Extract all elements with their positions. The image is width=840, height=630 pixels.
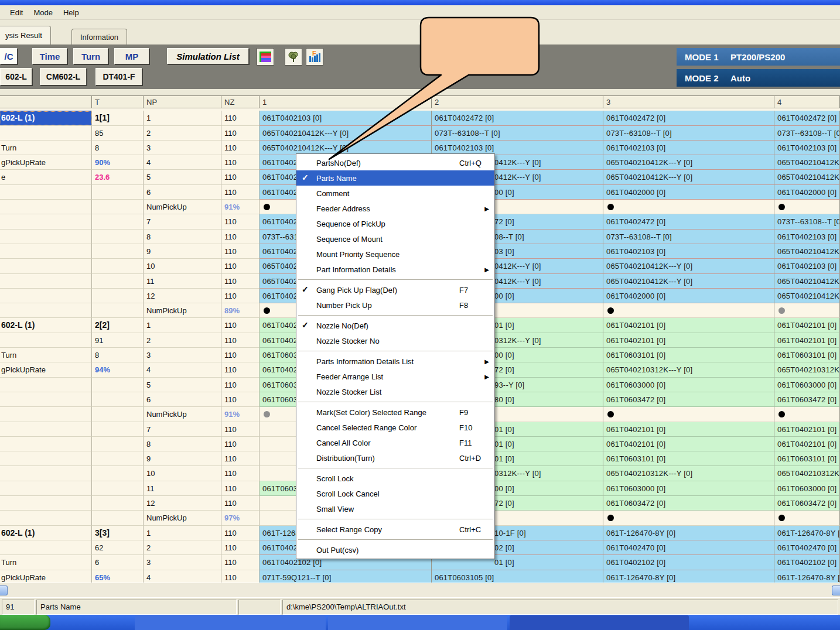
menu-item-cancel-selected-range-color[interactable]: Cancel Selected Range ColorF10 (296, 420, 494, 435)
row-label-cell[interactable] (0, 289, 92, 303)
np-cell[interactable]: 9 (144, 244, 221, 259)
table-cell[interactable]: 061T0603472 [0] (774, 496, 840, 511)
nz-cell[interactable]: 110 (221, 540, 259, 555)
np-cell[interactable]: 2 (144, 333, 221, 348)
t-cell[interactable]: 3[3] (92, 526, 144, 540)
menu-item-parts-name[interactable]: ✓Parts Name (296, 170, 494, 186)
np-cell[interactable]: 8 (144, 437, 221, 451)
np-cell[interactable]: 12 (144, 289, 221, 303)
t-cell[interactable]: 6 (92, 555, 144, 570)
menu-item-select-range-copy[interactable]: Select Range CopyCtrl+C (296, 522, 494, 537)
tab-ysis-result[interactable]: ysis Result (0, 26, 51, 44)
nz-cell[interactable]: 110 (221, 362, 259, 377)
np-cell[interactable]: NumPickUp (144, 511, 221, 525)
menu-item-distribution-turn-[interactable]: Distribution(Turn)Ctrl+D (296, 450, 494, 465)
start-button[interactable] (0, 615, 50, 630)
row-label-cell[interactable]: Turn (0, 555, 92, 570)
table-cell[interactable]: 065T040210412K---Y [0] (774, 244, 840, 259)
nz-cell[interactable]: 110 (221, 526, 259, 540)
nz-cell[interactable]: 110 (221, 481, 259, 496)
t-cell[interactable] (92, 437, 144, 451)
table-cell[interactable]: 061T0603101 [0] (774, 451, 840, 466)
t-cell[interactable] (92, 511, 144, 525)
machine-button-dt401-f[interactable]: DT401-F (95, 68, 142, 85)
t-cell[interactable]: 8 (92, 141, 144, 155)
t-cell[interactable] (92, 392, 144, 407)
row-label-cell[interactable] (0, 437, 92, 451)
table-cell[interactable]: 061T-126470-8Y [0] (603, 526, 774, 540)
table-cell[interactable]: 061T0402103 [0] (259, 111, 432, 125)
view-button-time[interactable]: Time (32, 48, 67, 64)
row-label-cell[interactable]: 602-L (1) (0, 318, 92, 333)
row-label-cell[interactable]: Turn (0, 348, 92, 362)
t-cell[interactable]: 23.6 (92, 170, 144, 184)
row-label-cell[interactable]: 602-L (1) (0, 111, 92, 125)
menu-item-nozzle-no-def-[interactable]: ✓Nozzle No(Def) (296, 318, 494, 333)
np-cell[interactable]: 7 (144, 422, 221, 437)
nz-cell[interactable]: 110 (221, 274, 259, 289)
row-label-cell[interactable] (0, 378, 92, 392)
row-label-cell[interactable]: e (0, 170, 92, 184)
np-cell[interactable]: 7 (144, 214, 221, 229)
nz-cell[interactable]: 110 (221, 126, 259, 141)
menu-item-mark-set-color-selected-range[interactable]: Mark(Set Color) Selected RangeF9 (296, 405, 494, 420)
t-cell[interactable] (92, 407, 144, 422)
nz-cell[interactable]: 110 (221, 214, 259, 229)
row-label-cell[interactable] (0, 496, 92, 511)
menu-item-nozzle-stocker-no[interactable]: Nozzle Stocker No (296, 333, 494, 348)
row-label-cell[interactable] (0, 303, 92, 318)
nz-cell[interactable]: 110 (221, 230, 259, 244)
view-button-turn[interactable]: Turn (73, 48, 108, 64)
table-cell[interactable]: 061T0603472 [0] (774, 392, 840, 407)
t-cell[interactable] (92, 200, 144, 214)
taskbar-button[interactable] (135, 615, 326, 630)
table-cell[interactable]: 061T0603472 [0] (603, 496, 774, 511)
table-cell[interactable]: 065T040210412K---Y [0] (603, 274, 774, 289)
table-cell[interactable]: 073T--63108--T [0] (603, 126, 774, 141)
table-cell[interactable]: 061T0603000 [0] (603, 378, 774, 392)
np-cell[interactable]: 3 (144, 141, 221, 155)
table-cell[interactable]: 061T0603101 [0] (603, 451, 774, 466)
table-cell[interactable]: 061T0402472 [0] (432, 111, 603, 125)
table-cell[interactable]: 065T040210312K---Y [0] (603, 466, 774, 481)
t-cell[interactable] (92, 259, 144, 273)
menubar-item-mode[interactable]: Mode (28, 6, 58, 19)
nz-cell[interactable]: 110 (221, 170, 259, 184)
nz-cell[interactable]: 110 (221, 155, 259, 170)
np-cell[interactable]: 11 (144, 274, 221, 289)
row-label-cell[interactable]: 602-L (1) (0, 526, 92, 540)
row-label-cell[interactable] (0, 422, 92, 437)
machine-button-cm602-l[interactable]: CM602-L (40, 68, 87, 85)
np-cell[interactable]: 12 (144, 496, 221, 511)
menu-item-part-information-details[interactable]: Part Information Details▶ (296, 262, 494, 277)
machine-button-602-l[interactable]: 602-L (0, 68, 32, 85)
table-cell[interactable]: 061T0603101 [0] (603, 348, 774, 362)
np-cell[interactable]: 10 (144, 259, 221, 273)
np-cell[interactable]: 8 (144, 230, 221, 244)
tab-information[interactable]: Information (71, 29, 127, 44)
table-cell[interactable]: 061T0603101 [0] (774, 348, 840, 362)
menu-item-partsno-def-[interactable]: PartsNo(Def)Ctrl+Q (296, 155, 494, 170)
t-cell[interactable]: 1[1] (92, 111, 144, 125)
row-label-cell[interactable] (0, 540, 92, 555)
scrollbar-left-arrow[interactable] (0, 586, 8, 595)
t-cell[interactable] (92, 214, 144, 229)
np-cell[interactable]: 1 (144, 526, 221, 540)
nz-cell[interactable]: 110 (221, 259, 259, 273)
np-cell[interactable]: NumPickUp (144, 407, 221, 422)
table-cell[interactable]: 061T0402101 [0] (774, 333, 840, 348)
menu-item-feeder-arrange-list[interactable]: Feeder Arrange List▶ (296, 369, 494, 384)
np-cell[interactable]: 4 (144, 155, 221, 170)
menu-item-gang-pick-up-flag-def-[interactable]: ✓Gang Pick Up Flag(Def)F7 (296, 282, 494, 297)
scrollbar-right-arrow[interactable] (832, 586, 840, 595)
table-cell[interactable]: 061T0402000 [0] (774, 185, 840, 200)
table-cell[interactable]: 061T0402101 [0] (774, 422, 840, 437)
t-cell[interactable] (92, 185, 144, 200)
row-label-cell[interactable] (0, 126, 92, 141)
taskbar-button[interactable] (510, 615, 689, 630)
row-label-cell[interactable]: gPickUpRate (0, 362, 92, 377)
simulation-list-button[interactable]: Simulation List (167, 48, 249, 64)
taskbar-button[interactable] (328, 615, 507, 630)
table-cell[interactable]: 065T040210412K---Y [0] (603, 170, 774, 184)
menu-item-scroll-lock-cancel[interactable]: Scroll Lock Cancel (296, 486, 494, 501)
